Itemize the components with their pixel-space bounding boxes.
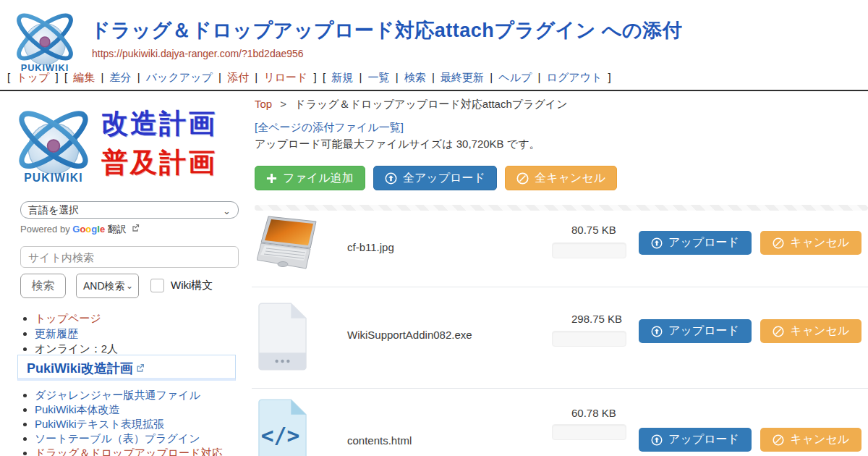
svg-text:PUKIWIKI: PUKIWIKI	[24, 172, 83, 184]
sidebar-item-history[interactable]: 更新履歴	[35, 327, 78, 339]
nav-item-help[interactable]: ヘルプ	[498, 71, 532, 83]
search-mode-select[interactable]: AND検索 ⌄	[76, 274, 139, 298]
svg-text:</>: </>	[261, 423, 299, 448]
upload-progress-bar	[552, 424, 626, 440]
nav-item-new[interactable]: 新規	[331, 71, 353, 83]
file-name: cf-b11.jpg	[347, 241, 394, 253]
laptop-photo-thumbnail	[257, 215, 323, 274]
upload-all-button[interactable]: 全アップロード	[373, 166, 497, 190]
file-row: </> contents.html 60.78 KB アップロード	[255, 388, 868, 456]
upload-circle-icon	[651, 237, 663, 249]
language-select[interactable]: 言語を選択 ⌄	[20, 201, 239, 219]
nav-item-logout[interactable]: ログアウト	[547, 71, 603, 83]
list-item: オンライン：2人	[35, 342, 118, 356]
upload-button[interactable]: アップロード	[639, 319, 752, 343]
external-link-icon	[136, 363, 145, 372]
file-size: 60.78 KB	[571, 407, 616, 419]
bracket: [	[323, 71, 326, 83]
bracket: ]	[56, 71, 59, 83]
cancel-circle-icon	[773, 434, 784, 446]
html-file-icon: </>	[257, 399, 308, 456]
sidebar-quick-links: トップページ 更新履歴 オンライン：2人	[35, 311, 118, 357]
banner-fukyuu-text: 普及計画	[101, 145, 217, 181]
separator: |	[137, 71, 140, 83]
wiki-syntax-checkbox[interactable]	[150, 279, 164, 292]
sidebar-banner[interactable]: PUKIWIKI 改造計画 普及計画	[10, 100, 249, 187]
upload-button[interactable]: アップロード	[639, 428, 752, 452]
cancel-all-label: 全キャンセル	[535, 171, 605, 186]
nav-item-edit[interactable]: 編集	[73, 71, 95, 83]
separator: |	[218, 71, 221, 83]
upload-progress-bar	[552, 331, 626, 347]
file-row: WikiSupportAddin082.exe 298.75 KB アップロード	[255, 287, 868, 388]
breadcrumb-current: ドラッグ＆ドロップアップロード対応attachプラグイン	[294, 98, 567, 110]
cancel-button[interactable]: キャンセル	[760, 319, 861, 343]
google-logo-letter: G	[72, 224, 80, 235]
external-link-icon	[132, 224, 140, 232]
cancel-button[interactable]: キャンセル	[760, 231, 861, 255]
nav-item-reload[interactable]: リロード	[263, 71, 307, 83]
separator: |	[255, 71, 258, 83]
nav-item-backup[interactable]: バックアップ	[146, 71, 213, 83]
search-mode-value: AND検索	[83, 280, 125, 292]
list-item: PukiWiki本体改造	[35, 402, 244, 416]
list-item: 更新履歴	[35, 326, 118, 341]
top-navigation: [ トップ ] [ 編集 | 差分 | バックアップ | 添付 | リロード ]…	[6, 71, 613, 85]
upload-circle-icon	[651, 326, 663, 337]
sidebar-item-attach-plugin[interactable]: ドラッグ＆ドロップアップロード対応attachプラグイン	[35, 447, 223, 456]
cancel-all-button[interactable]: 全キャンセル	[505, 166, 617, 190]
file-size: 80.75 KB	[571, 224, 616, 236]
sidebar-section-heading[interactable]: PukiWiki改造計画	[17, 355, 236, 381]
add-file-label: ファイル追加	[283, 171, 354, 186]
upload-circle-icon	[651, 434, 663, 446]
chevron-down-icon: ⌄	[126, 274, 133, 297]
cancel-label: キャンセル	[790, 324, 849, 339]
upload-label: アップロード	[668, 432, 739, 447]
nav-item-top[interactable]: トップ	[16, 71, 49, 83]
pukiwiki-atom-icon: PUKIWIKI	[10, 100, 97, 187]
nav-item-diff[interactable]: 差分	[110, 71, 132, 83]
nav-item-search[interactable]: 検索	[404, 71, 426, 83]
separator: |	[490, 71, 493, 83]
sidebar-item-toppage[interactable]: トップページ	[35, 312, 101, 324]
plus-icon	[266, 173, 277, 184]
powered-by-label: Powered by	[20, 224, 70, 235]
breadcrumb-top-link[interactable]: Top	[255, 98, 272, 110]
sidebar: PUKIWIKI 改造計画 普及計画 言語を選択 ⌄ Powered by Go…	[6, 96, 252, 456]
list-item: ダジャレンジャー版共通ファイル	[35, 388, 244, 402]
bracket: ]	[314, 71, 317, 83]
upload-all-label: 全アップロード	[403, 171, 485, 186]
cancel-circle-icon	[516, 172, 529, 185]
section-title: PukiWiki改造計画	[27, 361, 133, 376]
search-button[interactable]: 検索	[20, 274, 66, 298]
all-attachments-link[interactable]: [全ページの添付ファイル一覧]	[255, 121, 404, 135]
sidebar-item-text-ext[interactable]: PukiWikiテキスト表現拡張	[35, 418, 164, 430]
upload-label: アップロード	[668, 235, 739, 250]
list-item: ドラッグ＆ドロップアップロード対応attachプラグイン	[35, 446, 244, 456]
sidebar-item-common-files[interactable]: ダジャレンジャー版共通ファイル	[35, 389, 200, 401]
pukiwiki-logo[interactable]: PUKIWIKI	[9, 4, 81, 75]
nav-item-attach[interactable]: 添付	[227, 71, 249, 83]
nav-item-recent[interactable]: 最終更新	[441, 71, 484, 83]
wiki-syntax-label: Wiki構文	[171, 279, 213, 292]
row-actions: アップロード キャンセル	[639, 428, 861, 452]
list-item: ソートテーブル（表）プラグイン	[35, 431, 244, 445]
pukiwiki-attach-page: PUKIWIKI ドラッグ＆ドロップアップロード対応attachプラグイン への…	[0, 0, 868, 456]
translate-link[interactable]: 翻訳	[108, 224, 127, 235]
list-item: トップページ	[35, 311, 118, 326]
file-name: WikiSupportAddin082.exe	[347, 329, 472, 341]
cancel-button[interactable]: キャンセル	[760, 428, 861, 452]
nav-item-list[interactable]: 一覧	[368, 71, 390, 83]
page-url-link[interactable]: https://pukiwiki.dajya-ranger.com/?1bd2d…	[92, 48, 304, 59]
site-search-input[interactable]	[20, 246, 239, 268]
separator: |	[101, 71, 103, 83]
add-file-button[interactable]: ファイル追加	[255, 166, 365, 190]
sidebar-item-core-mods[interactable]: PukiWiki本体改造	[35, 403, 120, 415]
google-logo-letter: e	[100, 224, 105, 235]
upload-button[interactable]: アップロード	[639, 231, 752, 255]
file-row: cf-b11.jpg 80.75 KB アップロード キャンセル	[255, 210, 868, 287]
breadcrumb-separator: >	[280, 98, 286, 110]
separator: |	[432, 71, 435, 83]
breadcrumb: Top > ドラッグ＆ドロップアップロード対応attachプラグイン	[255, 98, 568, 111]
sidebar-item-sorttable[interactable]: ソートテーブル（表）プラグイン	[35, 432, 200, 444]
